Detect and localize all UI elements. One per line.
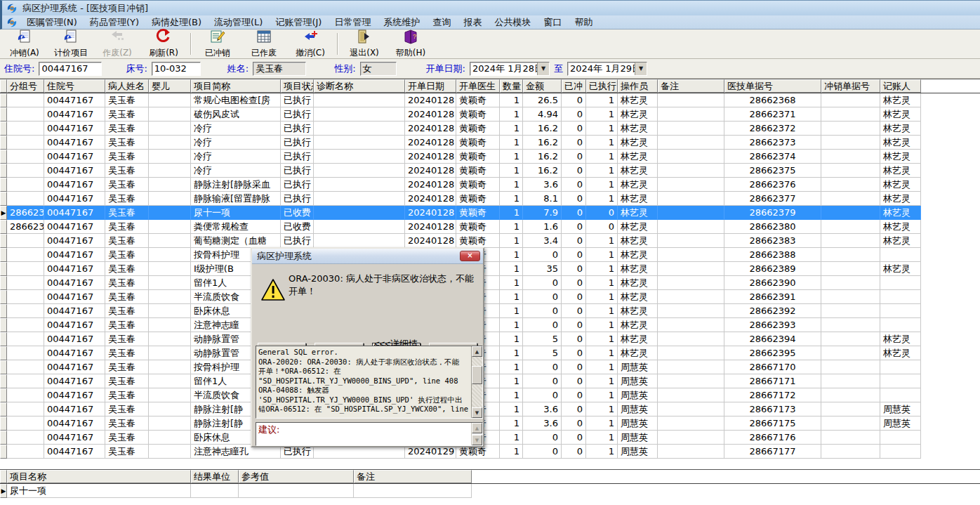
column-header-结果单位[interactable]: 结果单位 — [191, 470, 239, 483]
table-row[interactable]: 00447167吴玉春破伤风皮试已执行20240128黄颖奇14.9401林艺灵… — [0, 107, 980, 122]
column-header-备注[interactable]: 备注 — [658, 79, 724, 93]
row-selector[interactable] — [0, 374, 7, 388]
toolbar-button-帮助(H)[interactable]: ?帮助(H) — [388, 31, 434, 57]
column-header-住院号[interactable]: 住院号 — [44, 79, 105, 93]
row-selector[interactable] — [0, 122, 7, 136]
scrollbar-track[interactable] — [472, 357, 482, 407]
toolbar-button-冲销(A)[interactable]: 冲销(A) — [1, 31, 48, 57]
row-selector[interactable] — [0, 107, 7, 122]
table-row[interactable]: 00447167吴玉春Ⅰ级护理(B黄颖奇13501林艺灵28662389林艺灵 — [0, 262, 980, 276]
column-header-已冲[interactable]: 已冲 — [562, 79, 586, 93]
menu-item[interactable]: 公共模块 — [488, 15, 537, 29]
menu-item[interactable]: 报表 — [457, 15, 488, 29]
table-row[interactable]: 00447167吴玉春静脉注射[静黄颖奇13.601周慧英28667173周慧英 — [0, 402, 980, 417]
column-header-已执行[interactable]: 已执行 — [586, 79, 618, 93]
table-row[interactable]: 00447167吴玉春静脉注射[静脉采血已执行20240128黄颖奇13.601… — [0, 178, 980, 192]
row-selector[interactable] — [0, 402, 7, 417]
current-record-arrow-icon[interactable]: ▶ — [0, 484, 7, 498]
column-header-数量[interactable]: 数量 — [500, 79, 523, 93]
table-row[interactable]: 00447167吴玉春动静脉置管黄颖奇1501林艺灵28662395林艺灵 — [0, 346, 980, 360]
bed-no-input[interactable]: 10-032 — [152, 62, 201, 76]
column-header-开单日期[interactable]: 开单日期 — [405, 79, 456, 93]
table-row[interactable]: 00447167吴玉春卧床休息黄颖奇1001周慧英28667176 — [0, 431, 980, 445]
row-selector[interactable] — [0, 136, 7, 150]
row-selector[interactable] — [0, 332, 7, 346]
close-icon[interactable]: × — [460, 251, 480, 261]
chevron-down-icon[interactable]: ▼ — [635, 63, 647, 75]
menu-item[interactable]: 记账管理(J) — [269, 15, 328, 29]
column-header-参考值[interactable]: 参考值 — [239, 470, 354, 483]
table-row[interactable]: 00447167吴玉春冷疗已执行20240128黄颖奇116.201林艺灵286… — [0, 136, 980, 150]
toolbar-button-退出(X)[interactable]: 退出(X) — [341, 31, 388, 57]
column-header-金额[interactable]: 金额 — [523, 79, 562, 93]
row-selector[interactable] — [0, 360, 7, 374]
table-row[interactable]: 00447167吴玉春留伴1人黄颖奇1001林艺灵28662390 — [0, 276, 980, 290]
table-row[interactable]: 00447167吴玉春卧床休息黄颖奇1001林艺灵28662392 — [0, 304, 980, 318]
table-row[interactable]: 00447167吴玉春冷疗已执行20240128黄颖奇116.201林艺灵286… — [0, 150, 980, 164]
column-header-冲销单据号[interactable]: 冲销单据号 — [821, 79, 880, 93]
scroll-up-icon[interactable]: ▲ — [472, 423, 482, 433]
menu-item[interactable]: 系统维护 — [377, 15, 426, 29]
row-selector[interactable] — [0, 192, 7, 206]
table-row[interactable]: 00447167吴玉春冷疗已执行20240128黄颖奇116.201林艺灵286… — [0, 164, 980, 178]
table-row[interactable]: 00447167吴玉春半流质饮食黄颖奇1001林艺灵28662391 — [0, 290, 980, 304]
row-selector[interactable] — [0, 93, 7, 107]
row-selector[interactable] — [0, 262, 7, 276]
menu-item[interactable]: 查询 — [426, 15, 457, 29]
table-row[interactable]: 00447167吴玉春静脉输液[留置静脉已执行20240128黄颖奇18.101… — [0, 192, 980, 206]
column-header-项目简称[interactable]: 项目简称 — [191, 79, 281, 93]
table-row[interactable]: 2866238000447167吴玉春粪便常规检查已收费20240128黄颖奇1… — [0, 220, 980, 234]
table-row[interactable]: 00447167吴玉春按骨科护理黄颖奇1001林艺灵28662388 — [0, 248, 980, 262]
menu-item[interactable]: 病情处理(B) — [145, 15, 208, 29]
scroll-down-icon[interactable]: ▼ — [472, 407, 482, 418]
row-selector[interactable] — [0, 417, 7, 431]
column-header-开单医生[interactable]: 开单医生 — [456, 79, 500, 93]
table-row[interactable]: 00447167吴玉春葡萄糖测定（血糖已执行20240128黄颖奇13.401林… — [0, 234, 980, 248]
scrollbar-thumb[interactable] — [472, 366, 482, 384]
table-row[interactable]: 00447167吴玉春冷疗已执行20240128黄颖奇116.201林艺灵286… — [0, 122, 980, 136]
order-date-from-select[interactable]: 2024年 1月28日 ▼ — [470, 62, 550, 76]
row-selector[interactable] — [0, 164, 7, 178]
row-selector[interactable] — [0, 220, 7, 234]
menu-item[interactable]: 日常管理 — [328, 15, 377, 29]
column-header-婴儿[interactable]: 婴儿 — [149, 79, 191, 93]
row-selector[interactable] — [0, 445, 7, 459]
row-selector[interactable] — [0, 304, 7, 318]
toolbar-button-撤消(C)[interactable]: 撤消(C) — [287, 31, 333, 57]
row-selector[interactable] — [0, 388, 7, 402]
table-row[interactable]: 00447167吴玉春静脉注射[静黄颖奇13.601周慧英28667175周慧英 — [0, 417, 980, 431]
toolbar-button-已作废[interactable]: 已作废 — [241, 31, 287, 57]
table-row[interactable]: ▶2866237900447167吴玉春尿十一项已收费20240128黄颖奇17… — [0, 206, 980, 220]
scroll-up-icon[interactable]: ▲ — [472, 346, 482, 357]
toolbar-button-计价项目[interactable]: 计价项目 — [48, 31, 94, 57]
row-selector[interactable] — [0, 290, 7, 304]
menu-item[interactable]: 药品管理(Y) — [84, 15, 145, 29]
menu-item[interactable]: 流动管理(L) — [208, 15, 269, 29]
column-header-项目状态[interactable]: 项目状态 — [281, 79, 314, 93]
column-header-备注[interactable]: 备注 — [354, 470, 472, 483]
column-header-诊断名称[interactable]: 诊断名称 — [314, 79, 405, 93]
table-row[interactable]: 00447167吴玉春半流质饮食黄颖奇1001周慧英28667172 — [0, 388, 980, 402]
chevron-down-icon[interactable]: ▼ — [537, 63, 549, 75]
row-selector[interactable] — [0, 248, 7, 262]
column-header-医技单据号[interactable]: 医技单据号 — [724, 79, 821, 93]
table-row[interactable]: 00447167吴玉春注意神志瞳孔已执行20240129黄颖奇1001周慧英28… — [0, 445, 980, 459]
current-record-arrow-icon[interactable]: ▶ — [0, 206, 7, 220]
column-header-记账人[interactable]: 记账人 — [880, 79, 921, 93]
table-row[interactable]: ▶尿十一项 — [0, 484, 980, 498]
row-selector[interactable] — [0, 150, 7, 164]
table-row[interactable]: 00447167吴玉春常规心电图检查[房已执行20240128黄颖奇126.50… — [0, 93, 980, 107]
menu-item[interactable]: 医嘱管理(N) — [20, 15, 84, 29]
menu-item[interactable]: 帮助 — [568, 15, 599, 29]
suggestion-scrollbar[interactable]: ▲ ▼ — [471, 423, 482, 445]
table-row[interactable]: 00447167吴玉春动静脉置管黄颖奇1501林艺灵28662394林艺灵 — [0, 332, 980, 346]
row-selector[interactable] — [0, 234, 7, 248]
inpatient-no-input[interactable]: 00447167 — [39, 62, 102, 76]
row-selector[interactable] — [0, 178, 7, 192]
toolbar-button-刷新(R)[interactable]: 刷新(R) — [140, 31, 187, 57]
column-header-项目名称[interactable]: 项目名称 — [7, 470, 191, 483]
detail-scrollbar[interactable]: ▲ ▼ — [471, 346, 482, 418]
row-selector[interactable] — [0, 346, 7, 360]
table-row[interactable]: 00447167吴玉春按骨科护理黄颖奇1001周慧英28667170 — [0, 360, 980, 374]
column-header-分组号[interactable]: 分组号 — [7, 79, 44, 93]
